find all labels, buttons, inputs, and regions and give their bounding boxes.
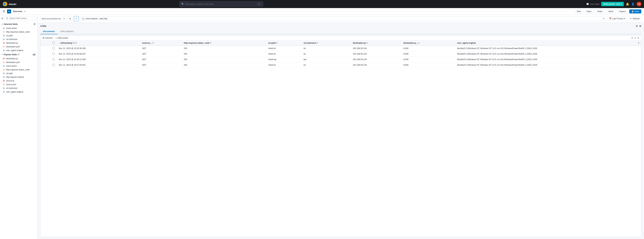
row-expand-icon[interactable]: ✏ <box>42 58 44 61</box>
field-item-url-extension[interactable]: k url.extension <box>0 38 38 41</box>
user-avatar[interactable]: CH <box>636 2 641 7</box>
selected-fields-count: 7 <box>33 23 36 25</box>
field-type-badge-k: k <box>3 38 5 41</box>
row-checkbox-cell <box>50 57 57 63</box>
row-url-path: /shell.txt <box>266 46 302 51</box>
col-sort-chevron4: ▾ <box>276 42 277 44</box>
field-item-http-status[interactable]: # http.response.status_code <box>0 30 38 34</box>
columns-button[interactable]: ⊞ Columns <box>42 37 53 39</box>
table-share-icon[interactable]: ⊡ <box>634 37 636 39</box>
field-type-badge-k: k <box>3 91 5 93</box>
field-item-event-action[interactable]: k event.action <box>0 26 38 30</box>
sidebar-expand-icon[interactable]: ⊞ <box>1 17 3 20</box>
popular-field-url-extension[interactable]: k url.extension <box>0 86 38 90</box>
field-item-destination-port[interactable]: # destination.port <box>0 45 38 49</box>
row-checkbox[interactable] <box>52 47 55 49</box>
select-all-checkbox[interactable] <box>52 42 55 44</box>
hamburger-menu[interactable]: ☰ <box>3 10 5 13</box>
popular-field-destination-ip[interactable]: IP destination.ip <box>0 57 38 61</box>
row-event-action: GET <box>140 51 182 57</box>
selected-fields-header[interactable]: ▼ Selected fields 7 <box>0 22 38 26</box>
field-type-badge-hash: # <box>3 31 5 33</box>
field-name: destination.port <box>6 61 20 64</box>
col-header-actions <box>40 40 50 46</box>
table-display-icon[interactable]: ⊟ <box>632 37 633 39</box>
field-search-input[interactable] <box>10 17 34 20</box>
bell-icon[interactable]: 🔔 <box>626 3 629 6</box>
col-header-timestamp[interactable]: ↓ @timestamp ⓘ ▾ <box>57 40 140 46</box>
field-name: event.action <box>6 65 17 67</box>
svg-point-3 <box>4 3 5 5</box>
row-event-action: GET <box>140 46 182 51</box>
tab-field-statistics[interactable]: Field statistics <box>58 29 77 34</box>
popular-field-user-agent[interactable]: k user_agent.original <box>0 90 38 94</box>
field-type-badge-hash: # <box>3 83 5 86</box>
time-picker-button[interactable]: 📅 Last 5 hours ▾ <box>608 17 626 21</box>
add-filter-button[interactable]: + <box>74 16 79 21</box>
index-pattern-selector[interactable]: .alerts-security.alerts-default,ap... ▾ <box>40 17 66 21</box>
field-item-destination-ip[interactable]: IP destination.ip <box>0 41 38 45</box>
popular-field-url-path[interactable]: k url.path <box>0 72 38 75</box>
refresh-button[interactable]: ↻ Refresh <box>628 17 642 21</box>
field-search-box[interactable]: 🔍 <box>4 17 36 20</box>
setup-guide-button[interactable]: Setup guide: step 1 <box>601 2 624 6</box>
popular-field-source-port[interactable]: # source.port <box>0 83 38 86</box>
tab-documents[interactable]: Documents <box>40 29 58 34</box>
popular-field-http-status[interactable]: # http.response.status_code <box>0 68 38 72</box>
new-button[interactable]: New <box>575 10 583 14</box>
row-expand-icon[interactable]: ✏ <box>42 64 44 66</box>
result-tabs: Documents Field statistics <box>40 29 641 34</box>
clear-query-button[interactable]: ✕ <box>603 17 605 20</box>
col-header-url-extension[interactable]: url.extension ▾ <box>302 40 351 46</box>
display-options-icon[interactable]: ⚙ <box>636 25 638 27</box>
global-search[interactable]: 🔍 ⌘/ <box>179 1 263 7</box>
field-item-user-agent[interactable]: k user_agent.original <box>0 49 38 52</box>
row-dest-port: 8,000 <box>402 63 455 68</box>
live-chat-button[interactable]: 💬 Live Chat <box>586 3 599 5</box>
popular-field-source-ip[interactable]: IP source.ip <box>0 79 38 83</box>
col-header-destination-port[interactable]: destination.p... ▾ <box>402 40 455 46</box>
inspect-button[interactable]: Inspect <box>617 10 628 14</box>
chart-options-icon[interactable]: ⊞ <box>639 25 641 27</box>
row-checkbox[interactable] <box>52 53 55 55</box>
expand-col-icon[interactable]: ▾ <box>638 42 639 44</box>
row-url-path: /shell.bat <box>266 57 302 63</box>
col-header-user-agent[interactable]: user_agent.original <box>455 40 636 46</box>
popular-field-http-method[interactable]: k http.request.method <box>0 75 38 79</box>
elastic-logo[interactable]: elastic <box>3 2 16 7</box>
open-button[interactable]: Open <box>584 10 594 14</box>
app-chevron-icon[interactable]: ▾ <box>24 10 25 13</box>
query-input-wrapper[interactable]: 🔍 ✕ <box>80 17 606 21</box>
col-header-event-action[interactable]: event.ac... ▾ <box>140 40 182 46</box>
field-type-badge-k: k <box>3 87 5 89</box>
col-header-destination-ip[interactable]: destination.ip ▾ <box>351 40 402 46</box>
share-button[interactable]: Share <box>595 10 605 14</box>
save-button[interactable]: 💾 Save <box>629 10 641 14</box>
row-checkbox[interactable] <box>52 64 55 66</box>
row-expand-icon[interactable]: ✏ <box>42 53 44 55</box>
calendar-icon: 📅 <box>609 18 612 20</box>
popular-field-destination-port[interactable]: # destination.port <box>0 61 38 64</box>
col-url-ext-label: url.extension <box>304 42 316 44</box>
col-header-url-path[interactable]: url.path ▾ <box>266 40 302 46</box>
col-url-path-label: url.path <box>268 42 276 44</box>
filter-button[interactable]: ⊟ <box>68 16 72 21</box>
table-settings-icon[interactable]: ⊞ <box>638 37 639 39</box>
global-search-input[interactable] <box>185 3 256 5</box>
popular-field-event-action[interactable]: k event.action <box>0 64 38 68</box>
col-header-http-status[interactable]: http.response.status_code ▾ <box>182 40 266 46</box>
alerts-button[interactable]: Alerts <box>606 10 616 14</box>
time-picker-chevron: ▾ <box>624 18 625 20</box>
popular-fields-header[interactable]: ▼ Popular fields ⓘ 10 <box>0 52 38 57</box>
row-checkbox[interactable] <box>52 58 55 61</box>
query-input[interactable] <box>86 18 602 20</box>
sidebar-top: ⊞ 🔍 ≡ 0 <box>0 15 38 22</box>
field-item-url-path[interactable]: k url.path <box>0 34 38 38</box>
sort-indicator[interactable]: ↕ 1 field sorted <box>55 37 68 39</box>
row-checkbox-cell <box>50 63 57 68</box>
col-user-agent-label: user_agent.original <box>457 42 476 44</box>
user-profile-icon[interactable]: 👤 <box>631 3 634 6</box>
popular-fields-info-icon[interactable]: ⓘ <box>18 53 20 56</box>
row-dest-port: 8,000 <box>402 57 455 63</box>
row-expand-icon[interactable]: ✏ <box>42 47 44 50</box>
